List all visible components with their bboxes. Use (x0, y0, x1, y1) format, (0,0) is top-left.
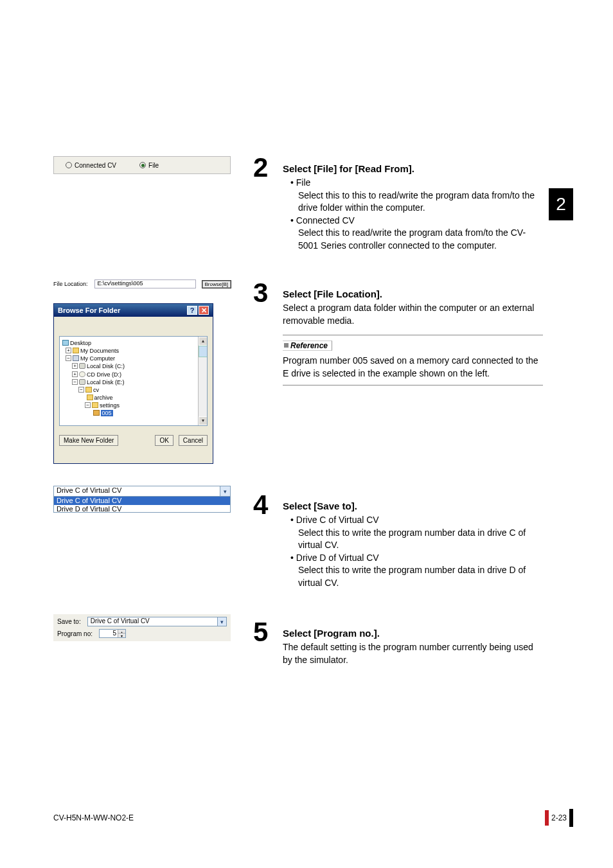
step-5-title: Select [Program no.]. (283, 628, 380, 639)
radio-file-label: File (148, 162, 159, 169)
step-3-body: Select a program data folder within the … (283, 302, 540, 327)
folder-tree[interactable]: Desktop +My Documents −My Computer +Loca… (59, 336, 208, 426)
dropdown-option-d[interactable]: Drive D of Virtual CV (54, 505, 230, 513)
footer-red-bar (545, 810, 549, 826)
dropdown-selected[interactable]: Drive C of Virtual CV▾ (54, 486, 230, 497)
make-new-folder-button[interactable]: Make New Folder (59, 435, 118, 446)
browse-button[interactable]: Browse[B] (202, 281, 231, 288)
step-2-connected-desc: Select this to read/write the program da… (298, 227, 540, 252)
disk-icon (79, 379, 85, 385)
chevron-down-icon[interactable]: ▾ (217, 617, 226, 626)
folder-icon (85, 387, 92, 393)
footer-black-bar (569, 809, 573, 827)
close-icon[interactable]: ✕ (199, 306, 209, 315)
tree-settings[interactable]: −settings (62, 402, 204, 409)
radio-file[interactable]: File (139, 162, 159, 169)
tree-005[interactable]: 005 (62, 409, 204, 417)
step-3-number: 3 (253, 278, 268, 308)
page-footer: CV-H5N-M-WW-NO2-E 2-23 (53, 809, 573, 827)
page-number: 2-23 (551, 813, 567, 822)
step-4-bullet-c: • Drive C of Virtual CV (290, 514, 540, 527)
step-2-body: • File Select this to this to read/write… (283, 177, 540, 252)
step-2-number: 2 (253, 152, 268, 183)
save-to-select[interactable]: Drive C of Virtual CV▾ (87, 617, 227, 626)
collapse-icon[interactable]: − (72, 379, 78, 385)
tree-archive[interactable]: archive (62, 394, 204, 402)
expand-icon[interactable]: + (72, 371, 78, 377)
browse-folder-dialog: Browse For Folder ? ✕ Desktop +My Docume… (53, 303, 213, 464)
tree-cv[interactable]: −cv (62, 386, 204, 394)
expand-icon[interactable]: + (66, 348, 71, 353)
scroll-up-icon[interactable]: ▴ (199, 337, 208, 346)
program-no-label: Program no: (57, 630, 93, 637)
computer-icon (73, 355, 79, 361)
file-location-label: File Location: (53, 281, 88, 287)
collapse-icon[interactable]: − (78, 387, 84, 393)
help-icon[interactable]: ? (187, 306, 197, 315)
folder-open-icon (93, 410, 100, 416)
tree-local-e[interactable]: −Local Disk (E:) (62, 378, 204, 386)
read-from-panel: Connected CV File (53, 156, 231, 174)
scroll-thumb[interactable] (199, 346, 208, 357)
tree-cd-d[interactable]: +CD Drive (D:) (62, 371, 204, 378)
tree-mycomp[interactable]: −My Computer (62, 355, 204, 362)
program-no-spinner[interactable]: 5▴▾ (99, 629, 126, 638)
folder-icon (73, 348, 79, 353)
save-program-panel: Save to: Drive C of Virtual CV▾ Program … (53, 614, 231, 641)
step-4-body: • Drive C of Virtual CV Select this to w… (283, 514, 540, 590)
radio-icon (66, 162, 72, 168)
step-2-bullet-connected: • Connected CV (290, 215, 540, 227)
spinner-down-icon[interactable]: ▾ (118, 633, 125, 637)
dropdown-option-c[interactable]: Drive C of Virtual CV (54, 497, 230, 505)
step-5-desc: The default setting is the program numbe… (283, 641, 540, 666)
radio-connected-label: Connected CV (75, 162, 116, 169)
step-4-title: Select [Save to]. (283, 500, 357, 511)
step-5-body: The default setting is the program numbe… (283, 641, 540, 666)
tree-mydocs[interactable]: +My Documents (62, 347, 204, 355)
ok-button[interactable]: OK (155, 435, 173, 446)
chevron-down-icon[interactable]: ▾ (220, 486, 230, 496)
radio-icon (139, 162, 146, 168)
expand-icon[interactable]: + (72, 363, 78, 369)
dialog-titlebar: Browse For Folder ? ✕ (54, 304, 213, 317)
step-4-d-desc: Select this to write the program number … (298, 564, 540, 589)
step-2-bullet-file: • File (290, 177, 540, 190)
tree-desktop[interactable]: Desktop (62, 339, 204, 347)
collapse-icon[interactable]: − (66, 355, 71, 361)
file-location-input[interactable]: E:\cv\settings\005 (94, 279, 196, 288)
reference-text: Program number 005 saved on a memory car… (283, 355, 543, 380)
step-3-desc: Select a program data folder within the … (283, 302, 540, 327)
step-4-c-desc: Select this to write the program number … (298, 527, 540, 552)
desktop-icon (62, 340, 69, 346)
chapter-tab: 2 (549, 188, 573, 220)
doc-id: CV-H5N-M-WW-NO2-E (53, 813, 134, 822)
folder-icon (87, 394, 93, 400)
radio-connected-cv[interactable]: Connected CV (66, 162, 116, 169)
step-2-title: Select [File] for [Read From]. (283, 163, 414, 174)
collapse-icon[interactable]: − (85, 402, 91, 408)
file-location-row: File Location: E:\cv\settings\005 Browse… (53, 278, 231, 290)
tree-local-c[interactable]: +Local Disk (C:) (62, 362, 204, 370)
step-4-bullet-d: • Drive D of Virtual CV (290, 552, 540, 565)
tree-scrollbar[interactable]: ▴ ▾ (198, 337, 207, 425)
step-2-file-desc: Select this to this to read/write the pr… (298, 190, 540, 215)
cancel-button[interactable]: Cancel (179, 435, 208, 446)
step-3-title: Select [File Location]. (283, 288, 382, 299)
cd-icon (79, 371, 85, 377)
disk-icon (79, 363, 85, 369)
step-4-number: 4 (253, 490, 268, 520)
dialog-title: Browse For Folder (58, 306, 120, 314)
save-to-dropdown-open[interactable]: Drive C of Virtual CV▾ Drive C of Virtua… (53, 486, 231, 513)
folder-icon (92, 402, 98, 408)
reference-box: Reference Program number 005 saved on a … (283, 335, 543, 385)
save-to-label: Save to: (57, 618, 81, 625)
step-5-number: 5 (253, 617, 268, 648)
scroll-down-icon[interactable]: ▾ (199, 416, 208, 425)
reference-label: Reference (283, 341, 332, 351)
